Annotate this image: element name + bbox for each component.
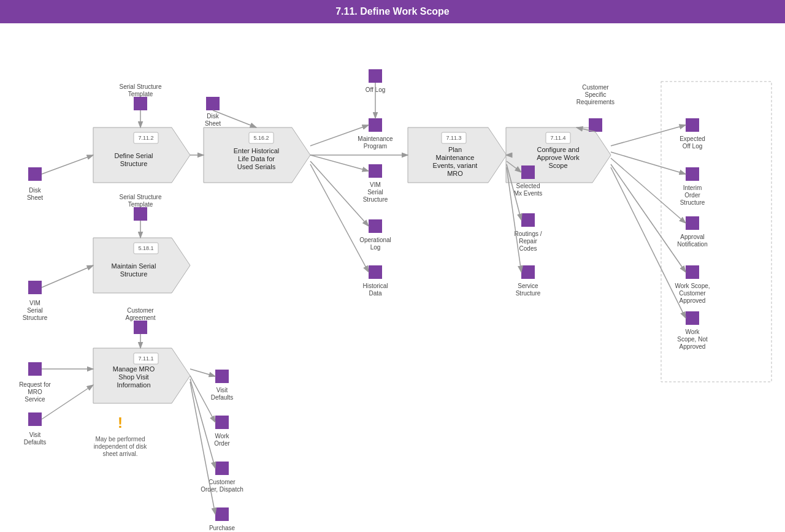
page-title: 7.11. Define Work Scope [335,6,450,17]
work-scope-not-label-3: Approved [680,343,706,350]
connector-visit-manage [42,385,93,419]
customer-specific-icon [589,118,602,132]
interim-order-label-1: Interim [683,184,702,191]
maintain-serial-badge: 5.18.1 [138,245,153,251]
connector-config-expected [611,125,686,146]
routings-label-3: Codes [519,245,537,252]
disk-sheet-2-label-2: Sheet [205,120,221,127]
connector-enter-vim2 [310,155,369,171]
connector-config-ws-approved [611,164,686,272]
visit-defaults-icon-in [28,412,42,426]
connector-config-interim [611,152,686,174]
config-approve-badge: 7.11.4 [550,135,565,141]
customer-order-label-2: Order, Dispatch [201,486,243,493]
disk-sheet-2-icon [206,97,220,110]
connector-manage-co [190,379,215,468]
vim-serial-2-label-2: Serial [367,189,383,196]
routings-label-1: Routings / [514,230,542,237]
maint-program-icon [369,118,382,132]
historical-data-label-2: Data [369,290,382,297]
approval-notif-label-1: Approval [680,234,704,240]
diagram-svg: 7.11.2 Define Serial Structure 5.18.1 Ma… [0,23,785,532]
work-scope-not-icon [686,311,699,325]
vim-serial-icon-1 [28,281,42,294]
vim-serial-2-icon [369,164,382,178]
vim-serial-label-3: Structure [23,314,48,321]
define-serial-badge: 7.11.2 [138,135,153,141]
plan-maint-label4: MRO [447,170,463,177]
operational-log-icon [369,219,382,233]
customer-specific-label-2: Specific [584,91,606,98]
config-approve-label: Configure and [537,146,579,153]
work-scope-approved-label-3: Approved [680,297,706,304]
serial-template-1-icon [134,97,147,110]
plan-maint-label: Plan [448,146,462,153]
connector-config-ws-not [611,167,686,318]
vim-serial-label-1: VIM [29,300,40,306]
request-mro-label-1: Request for [19,381,51,388]
request-mro-label-3: Service [25,396,45,403]
visit-defaults-label-in-1: Visit [29,431,41,438]
exclamation-icon: ! [118,414,123,431]
plan-maint-label2: Maintenance [436,154,475,161]
maintain-serial-label2: Structure [120,270,148,278]
vim-serial-label-2: Serial [27,307,43,314]
expected-off-log-label-1: Expected [680,135,705,142]
service-structure-label-1: Service [518,283,538,289]
disk-sheet-label: Disk [29,187,41,194]
purchase-order-icon [215,507,229,521]
config-approve-label2: Approve Work [537,154,580,161]
customer-specific-label-3: Requirements [576,99,615,105]
serial-template-1-label-2: Template [128,91,153,97]
enter-hist-label3: Used Serials [237,163,276,170]
operational-log-label-2: Log [370,244,381,251]
connector-vim-maintain [42,265,93,287]
disk-sheet-2-label-1: Disk [207,113,219,120]
enter-hist-label: Enter Historical [234,147,280,154]
manage-mro-label3: Information [117,381,150,389]
visit-defaults-out-icon [215,370,229,383]
plan-maint-badge: 7.11.3 [446,135,461,141]
manage-mro-label: Manage MRO [113,365,155,373]
expected-off-log-label-2: Off Log [683,143,703,150]
connector-manage-visit [190,369,215,376]
disk-sheet-icon [28,167,42,181]
define-serial-label2: Structure [120,160,148,167]
request-mro-icon [28,362,42,376]
routings-icon [521,213,535,227]
serial-template-1-label-1: Serial Structure [120,83,162,90]
customer-agreement-label-2: Agreement [126,314,156,321]
purchase-order-label-1: Purchase [209,525,236,531]
selected-mx-icon [521,165,535,179]
serial-template-2-icon [134,207,147,221]
work-scope-approved-label-2: Customer [679,290,706,297]
operational-log-label-1: Operational [359,237,391,243]
work-order-label-2: Order [214,440,230,447]
note-line-3: sheet arrival. [102,450,137,457]
customer-order-label-1: Customer [209,479,236,485]
request-mro-label-2: MRO [28,389,42,395]
interim-order-label-2: Order [684,192,700,199]
expected-off-log-icon [686,118,699,132]
work-scope-not-label-1: Work [685,329,700,335]
connector-enter-op [310,161,369,226]
maint-program-label-1: Maintenance [358,135,393,142]
connector-disk-define [42,155,93,174]
disk-sheet-label2: Sheet [27,194,43,201]
connector-enter-hist [310,164,369,272]
work-order-label: Work [215,433,229,439]
approval-notif-icon [686,216,699,230]
customer-specific-label-1: Customer [582,84,609,91]
connector-manage-po [190,382,215,514]
enter-hist-badge: 5.16.2 [253,135,269,141]
vim-serial-2-label-3: Structure [363,196,388,203]
manage-mro-label2: Shop Visit [118,373,148,381]
manage-mro-badge: 7.11.1 [138,355,153,362]
approval-notif-label-2: Notification [677,241,707,248]
interim-order-icon [686,167,699,181]
customer-agreement-icon [134,321,147,334]
title-bar: 7.11. Define Work Scope [0,0,785,23]
maintain-serial-label: Maintain Serial [112,262,156,270]
define-serial-label: Define Serial [115,152,153,159]
historical-data-icon [369,265,382,279]
